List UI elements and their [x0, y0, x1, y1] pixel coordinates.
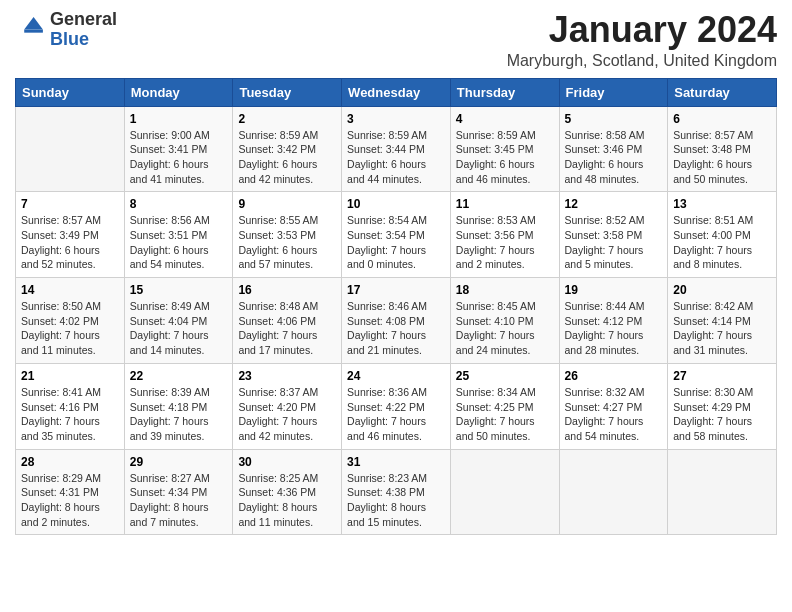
- logo-general-text: General: [50, 9, 117, 29]
- day-number: 22: [130, 369, 228, 383]
- logo: General Blue: [15, 10, 117, 50]
- calendar-table: Sunday Monday Tuesday Wednesday Thursday…: [15, 78, 777, 536]
- day-info: Sunrise: 8:32 AMSunset: 4:27 PMDaylight:…: [565, 385, 663, 444]
- day-number: 27: [673, 369, 771, 383]
- day-cell: 4Sunrise: 8:59 AMSunset: 3:45 PMDaylight…: [450, 106, 559, 192]
- day-cell: [450, 449, 559, 535]
- day-cell: 5Sunrise: 8:58 AMSunset: 3:46 PMDaylight…: [559, 106, 668, 192]
- day-info: Sunrise: 8:55 AMSunset: 3:53 PMDaylight:…: [238, 213, 336, 272]
- day-cell: [16, 106, 125, 192]
- day-info: Sunrise: 8:23 AMSunset: 4:38 PMDaylight:…: [347, 471, 445, 530]
- week-row-1: 1Sunrise: 9:00 AMSunset: 3:41 PMDaylight…: [16, 106, 777, 192]
- day-info: Sunrise: 8:49 AMSunset: 4:04 PMDaylight:…: [130, 299, 228, 358]
- day-cell: 6Sunrise: 8:57 AMSunset: 3:48 PMDaylight…: [668, 106, 777, 192]
- day-cell: 9Sunrise: 8:55 AMSunset: 3:53 PMDaylight…: [233, 192, 342, 278]
- header-friday: Friday: [559, 78, 668, 106]
- header-tuesday: Tuesday: [233, 78, 342, 106]
- day-info: Sunrise: 8:57 AMSunset: 3:49 PMDaylight:…: [21, 213, 119, 272]
- day-cell: 20Sunrise: 8:42 AMSunset: 4:14 PMDayligh…: [668, 278, 777, 364]
- header-saturday: Saturday: [668, 78, 777, 106]
- day-info: Sunrise: 8:27 AMSunset: 4:34 PMDaylight:…: [130, 471, 228, 530]
- day-info: Sunrise: 8:59 AMSunset: 3:44 PMDaylight:…: [347, 128, 445, 187]
- day-cell: 7Sunrise: 8:57 AMSunset: 3:49 PMDaylight…: [16, 192, 125, 278]
- day-number: 1: [130, 112, 228, 126]
- day-cell: 21Sunrise: 8:41 AMSunset: 4:16 PMDayligh…: [16, 363, 125, 449]
- day-info: Sunrise: 8:59 AMSunset: 3:45 PMDaylight:…: [456, 128, 554, 187]
- day-info: Sunrise: 9:00 AMSunset: 3:41 PMDaylight:…: [130, 128, 228, 187]
- day-cell: 8Sunrise: 8:56 AMSunset: 3:51 PMDaylight…: [124, 192, 233, 278]
- day-number: 20: [673, 283, 771, 297]
- day-number: 19: [565, 283, 663, 297]
- day-cell: 28Sunrise: 8:29 AMSunset: 4:31 PMDayligh…: [16, 449, 125, 535]
- location-subtitle: Maryburgh, Scotland, United Kingdom: [507, 52, 777, 70]
- day-info: Sunrise: 8:58 AMSunset: 3:46 PMDaylight:…: [565, 128, 663, 187]
- day-number: 6: [673, 112, 771, 126]
- day-number: 15: [130, 283, 228, 297]
- day-cell: 27Sunrise: 8:30 AMSunset: 4:29 PMDayligh…: [668, 363, 777, 449]
- day-number: 9: [238, 197, 336, 211]
- day-info: Sunrise: 8:36 AMSunset: 4:22 PMDaylight:…: [347, 385, 445, 444]
- day-cell: 26Sunrise: 8:32 AMSunset: 4:27 PMDayligh…: [559, 363, 668, 449]
- day-cell: 1Sunrise: 9:00 AMSunset: 3:41 PMDaylight…: [124, 106, 233, 192]
- day-info: Sunrise: 8:34 AMSunset: 4:25 PMDaylight:…: [456, 385, 554, 444]
- week-row-3: 14Sunrise: 8:50 AMSunset: 4:02 PMDayligh…: [16, 278, 777, 364]
- header-row: Sunday Monday Tuesday Wednesday Thursday…: [16, 78, 777, 106]
- day-cell: 3Sunrise: 8:59 AMSunset: 3:44 PMDaylight…: [342, 106, 451, 192]
- day-cell: 2Sunrise: 8:59 AMSunset: 3:42 PMDaylight…: [233, 106, 342, 192]
- day-info: Sunrise: 8:44 AMSunset: 4:12 PMDaylight:…: [565, 299, 663, 358]
- day-number: 12: [565, 197, 663, 211]
- day-info: Sunrise: 8:42 AMSunset: 4:14 PMDaylight:…: [673, 299, 771, 358]
- day-number: 30: [238, 455, 336, 469]
- day-info: Sunrise: 8:48 AMSunset: 4:06 PMDaylight:…: [238, 299, 336, 358]
- day-cell: 19Sunrise: 8:44 AMSunset: 4:12 PMDayligh…: [559, 278, 668, 364]
- day-number: 31: [347, 455, 445, 469]
- header-monday: Monday: [124, 78, 233, 106]
- svg-marker-0: [24, 17, 43, 29]
- day-cell: 24Sunrise: 8:36 AMSunset: 4:22 PMDayligh…: [342, 363, 451, 449]
- day-cell: 18Sunrise: 8:45 AMSunset: 4:10 PMDayligh…: [450, 278, 559, 364]
- day-number: 17: [347, 283, 445, 297]
- day-cell: 11Sunrise: 8:53 AMSunset: 3:56 PMDayligh…: [450, 192, 559, 278]
- day-info: Sunrise: 8:54 AMSunset: 3:54 PMDaylight:…: [347, 213, 445, 272]
- week-row-5: 28Sunrise: 8:29 AMSunset: 4:31 PMDayligh…: [16, 449, 777, 535]
- header-sunday: Sunday: [16, 78, 125, 106]
- day-info: Sunrise: 8:52 AMSunset: 3:58 PMDaylight:…: [565, 213, 663, 272]
- day-number: 3: [347, 112, 445, 126]
- title-block: January 2024 Maryburgh, Scotland, United…: [507, 10, 777, 70]
- day-number: 16: [238, 283, 336, 297]
- day-number: 29: [130, 455, 228, 469]
- day-number: 26: [565, 369, 663, 383]
- day-number: 24: [347, 369, 445, 383]
- day-info: Sunrise: 8:46 AMSunset: 4:08 PMDaylight:…: [347, 299, 445, 358]
- day-info: Sunrise: 8:57 AMSunset: 3:48 PMDaylight:…: [673, 128, 771, 187]
- day-cell: 23Sunrise: 8:37 AMSunset: 4:20 PMDayligh…: [233, 363, 342, 449]
- day-info: Sunrise: 8:41 AMSunset: 4:16 PMDaylight:…: [21, 385, 119, 444]
- day-cell: 17Sunrise: 8:46 AMSunset: 4:08 PMDayligh…: [342, 278, 451, 364]
- day-cell: 31Sunrise: 8:23 AMSunset: 4:38 PMDayligh…: [342, 449, 451, 535]
- day-number: 11: [456, 197, 554, 211]
- day-info: Sunrise: 8:59 AMSunset: 3:42 PMDaylight:…: [238, 128, 336, 187]
- day-cell: 10Sunrise: 8:54 AMSunset: 3:54 PMDayligh…: [342, 192, 451, 278]
- day-cell: [668, 449, 777, 535]
- calendar-header: Sunday Monday Tuesday Wednesday Thursday…: [16, 78, 777, 106]
- day-number: 10: [347, 197, 445, 211]
- day-info: Sunrise: 8:39 AMSunset: 4:18 PMDaylight:…: [130, 385, 228, 444]
- day-number: 8: [130, 197, 228, 211]
- month-title: January 2024: [507, 10, 777, 50]
- logo-blue-text: Blue: [50, 29, 89, 49]
- day-number: 21: [21, 369, 119, 383]
- header-wednesday: Wednesday: [342, 78, 451, 106]
- svg-rect-1: [24, 29, 43, 32]
- day-cell: 30Sunrise: 8:25 AMSunset: 4:36 PMDayligh…: [233, 449, 342, 535]
- day-cell: 14Sunrise: 8:50 AMSunset: 4:02 PMDayligh…: [16, 278, 125, 364]
- week-row-2: 7Sunrise: 8:57 AMSunset: 3:49 PMDaylight…: [16, 192, 777, 278]
- day-cell: 16Sunrise: 8:48 AMSunset: 4:06 PMDayligh…: [233, 278, 342, 364]
- day-number: 28: [21, 455, 119, 469]
- day-number: 4: [456, 112, 554, 126]
- day-info: Sunrise: 8:53 AMSunset: 3:56 PMDaylight:…: [456, 213, 554, 272]
- header-thursday: Thursday: [450, 78, 559, 106]
- day-info: Sunrise: 8:29 AMSunset: 4:31 PMDaylight:…: [21, 471, 119, 530]
- day-cell: 22Sunrise: 8:39 AMSunset: 4:18 PMDayligh…: [124, 363, 233, 449]
- day-number: 13: [673, 197, 771, 211]
- day-number: 2: [238, 112, 336, 126]
